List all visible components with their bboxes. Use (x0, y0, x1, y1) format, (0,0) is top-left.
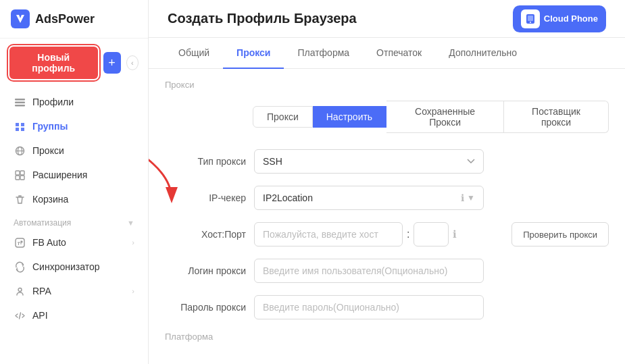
groups-icon (14, 120, 26, 132)
sync-icon (14, 261, 26, 273)
tab-platform[interactable]: Платформа (284, 38, 363, 69)
cloud-phone-label: Cloud Phone (544, 14, 598, 24)
fb-auto-label: FB Auto (32, 237, 125, 248)
sidebar-nav: Профили Группы Прокси Расширения Корзина (0, 87, 148, 364)
host-port-label: Хост:Порт (165, 229, 246, 240)
proxy-label: Прокси (32, 145, 134, 156)
profiles-icon (14, 96, 26, 108)
sidebar-item-fb-auto[interactable]: FB Auto › (0, 230, 148, 255)
svg-rect-13 (528, 16, 533, 21)
content-area: Общий Прокси Платформа Отпечаток Дополни… (149, 38, 625, 364)
host-port-inputs: : 22 ℹ (254, 222, 506, 246)
ip-checker-row: IP-чекер IP2Location ℹ ▼ (165, 186, 609, 210)
sub-tab-configure[interactable]: Настроить (313, 106, 386, 128)
automation-label: Автоматизация (14, 218, 71, 228)
sidebar-item-rpa[interactable]: RPA › (0, 279, 148, 303)
page-title: Создать Профиль Браузера (168, 11, 357, 26)
sidebar-logo: AdsPower (0, 0, 148, 38)
sub-tabs: Прокси Настроить Сохраненные Прокси Пост… (253, 101, 609, 133)
main-tabs: Общий Прокси Платформа Отпечаток Дополни… (149, 38, 625, 69)
add-button[interactable]: + (103, 52, 121, 74)
svg-rect-9 (20, 176, 24, 180)
sub-tab-provider[interactable]: Поставщик прокси (504, 101, 609, 133)
groups-label: Группы (32, 121, 134, 132)
sidebar-item-api[interactable]: API (0, 303, 148, 328)
proxy-type-row: Тип прокси SSH HTTP HTTPS SOCKS4 SOCKS5 (165, 149, 609, 174)
api-label: API (32, 310, 134, 321)
password-control (254, 295, 511, 319)
trash-icon (14, 193, 26, 205)
password-input[interactable] (254, 295, 484, 319)
profiles-label: Профили (32, 97, 134, 107)
topbar: Создать Профиль Браузера Cloud Phone (149, 0, 625, 38)
ip-checker-icons: ℹ ▼ (461, 192, 475, 203)
host-input[interactable] (254, 222, 403, 246)
platform-section-label: Платформа (165, 332, 609, 342)
fb-auto-icon (14, 236, 26, 249)
main-content: Создать Профиль Браузера Cloud Phone Общ… (149, 0, 625, 364)
trash-label: Корзина (32, 194, 134, 205)
rpa-label: RPA (32, 286, 125, 296)
ip-checker-label: IP-чекер (165, 192, 246, 203)
svg-point-11 (18, 288, 22, 291)
proxy-type-label: Тип прокси (165, 156, 246, 167)
check-proxy-button[interactable]: Проверить прокси (511, 222, 609, 246)
tab-proxy[interactable]: Прокси (223, 38, 284, 69)
collapse-sidebar-button[interactable]: ‹ (126, 55, 139, 70)
plus-icon: + (108, 56, 116, 70)
fb-auto-arrow: › (132, 238, 134, 246)
tab-additional[interactable]: Дополнительно (435, 38, 530, 69)
login-row: Логин прокси (165, 259, 609, 283)
top-actions: Новый профиль + ‹ (0, 38, 148, 87)
svg-rect-8 (16, 176, 20, 180)
port-input[interactable]: 22 (414, 222, 449, 246)
cloud-phone-icon (521, 9, 540, 28)
sidebar-item-sync[interactable]: Синхронизатор (0, 255, 148, 279)
sub-tab-proxy[interactable]: Прокси (253, 106, 313, 128)
ip-checker-chevron-icon: ▼ (467, 193, 475, 203)
tab-general[interactable]: Общий (165, 38, 223, 69)
logo-text: AdsPower (35, 12, 95, 26)
svg-rect-7 (20, 171, 24, 175)
svg-rect-0 (15, 99, 25, 101)
svg-rect-1 (15, 101, 25, 103)
rpa-icon (14, 285, 26, 297)
cloud-phone-button[interactable]: Cloud Phone (513, 5, 606, 32)
ip-checker-value: IP2Location (263, 192, 457, 203)
sidebar-item-groups[interactable]: Группы (0, 114, 148, 138)
login-label: Логин прокси (165, 265, 246, 276)
chevron-left-icon: ‹ (131, 59, 134, 67)
sidebar-item-proxy[interactable]: Прокси (0, 138, 148, 163)
tab-fingerprint[interactable]: Отпечаток (363, 38, 435, 69)
proxy-type-select[interactable]: SSH HTTP HTTPS SOCKS4 SOCKS5 (254, 149, 484, 174)
sync-label: Синхронизатор (32, 261, 134, 272)
colon-separator: : (407, 228, 409, 240)
svg-point-14 (530, 22, 531, 23)
login-control (254, 259, 511, 283)
ip-checker-box[interactable]: IP2Location ℹ ▼ (254, 186, 484, 210)
extensions-icon (14, 169, 26, 181)
host-info-icon: ℹ (453, 228, 457, 240)
extensions-label: Расширения (32, 170, 134, 180)
section-label: Прокси (165, 80, 609, 90)
ip-checker-control: IP2Location ℹ ▼ (254, 186, 511, 210)
automation-arrow: ▼ (127, 219, 134, 227)
rpa-arrow: › (132, 287, 134, 295)
ip-checker-info-icon: ℹ (461, 192, 464, 203)
sub-tab-saved[interactable]: Сохраненные Прокси (386, 101, 504, 133)
svg-rect-2 (15, 105, 25, 107)
sidebar: AdsPower Новый профиль + ‹ Профили Групп… (0, 0, 149, 364)
host-port-control: : 22 ℹ Проверить прокси (254, 222, 609, 246)
sidebar-item-trash[interactable]: Корзина (0, 187, 148, 211)
api-icon (14, 309, 26, 321)
password-row: Пароль прокси (165, 295, 609, 319)
sidebar-item-extensions[interactable]: Расширения (0, 163, 148, 187)
logo-icon (11, 9, 30, 28)
login-input[interactable] (254, 259, 484, 283)
sidebar-item-profiles[interactable]: Профили (0, 90, 148, 114)
password-label: Пароль прокси (165, 301, 246, 313)
svg-rect-6 (16, 171, 20, 175)
new-profile-button[interactable]: Новый профиль (9, 47, 98, 79)
proxy-type-control: SSH HTTP HTTPS SOCKS4 SOCKS5 (254, 149, 511, 174)
form-area: Прокси Прокси Настроить Сохраненные Прок… (149, 69, 625, 358)
